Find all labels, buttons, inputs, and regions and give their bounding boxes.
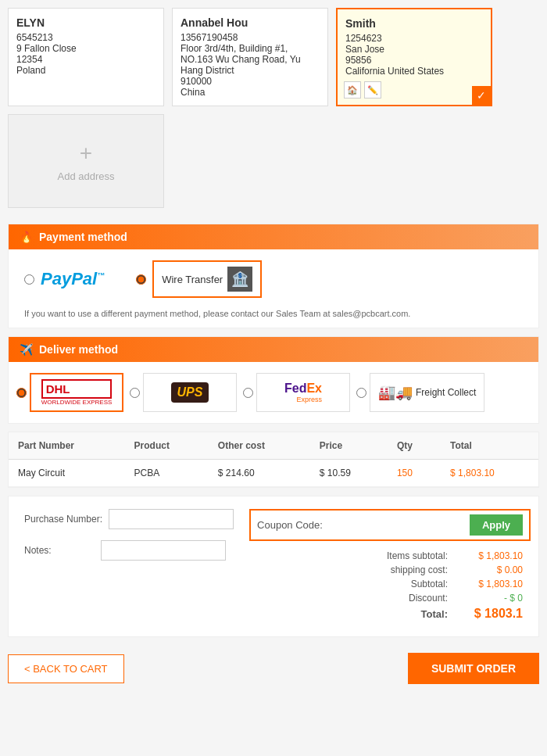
col-other-cost: Other cost	[209, 432, 310, 460]
address-line2-smith: San Jose	[345, 44, 483, 55]
freight-option[interactable]: 🏭🚚 Freight Collect	[356, 373, 484, 412]
address-line3-annabel: 910000	[181, 76, 320, 87]
address-line4-annabel: China	[181, 87, 320, 98]
address-line4-elyn: Poland	[16, 65, 156, 76]
address-line2-annabel: Floor 3rd/4th, Building #1, NO.163 Wu Ch…	[181, 43, 320, 76]
fedex-option[interactable]: FedEx Express	[243, 373, 350, 412]
apply-button[interactable]: Apply	[470, 514, 523, 536]
address-section: ELYN 6545213 9 Fallon Close 12354 Poland…	[0, 0, 547, 114]
ups-logo: UPS	[171, 382, 209, 403]
table-row: May Circuit PCBA $ 214.60 $ 10.59 150 $ …	[9, 460, 538, 487]
payment-note: If you want to use a different payment m…	[9, 309, 538, 328]
row-product: PCBA	[125, 460, 209, 487]
ups-carrier-box: UPS	[143, 373, 237, 412]
order-section: Part Number Product Other cost Price Qty…	[8, 432, 539, 488]
address-card-annabel[interactable]: Annabel Hou 13567190458 Floor 3rd/4th, B…	[172, 8, 328, 106]
notes-row: Notes:	[24, 540, 234, 561]
address-line4-smith: California United States	[345, 66, 483, 77]
address-card-elyn[interactable]: ELYN 6545213 9 Fallon Close 12354 Poland	[8, 8, 164, 106]
deliver-icon: ✈️	[20, 343, 33, 356]
address-name-annabel: Annabel Hou	[181, 16, 320, 29]
ups-radio[interactable]	[130, 388, 140, 398]
dhl-radio[interactable]	[16, 388, 27, 398]
col-price: Price	[310, 432, 388, 460]
col-product: Product	[125, 432, 209, 460]
shipping-cost-row: shipping cost: $ 0.00	[249, 564, 523, 575]
address-line3-elyn: 12354	[16, 54, 156, 65]
bottom-section: Purchase Number: Notes: Coupon Code: App…	[8, 496, 539, 637]
plus-icon: +	[80, 141, 92, 166]
back-to-cart-button[interactable]: < BACK TO CART	[8, 654, 124, 683]
address-line1-elyn: 6545213	[16, 32, 156, 43]
freight-box: 🏭🚚 Freight Collect	[378, 384, 476, 401]
ups-option[interactable]: UPS	[130, 373, 237, 412]
row-total: $ 1,803.10	[441, 460, 538, 487]
paypal-option[interactable]: PayPal™	[24, 269, 105, 289]
smith-selected-badge: ✓	[472, 86, 491, 105]
purchase-number-label: Purchase Number:	[24, 514, 102, 525]
purchase-number-input[interactable]	[109, 509, 234, 529]
total-label: Total:	[370, 608, 448, 620]
subtotal-row: Subtotal: $ 1,803.10	[249, 579, 523, 589]
paypal-radio[interactable]	[24, 274, 34, 285]
wire-transfer-radio[interactable]	[136, 274, 146, 285]
submit-order-button[interactable]: SUBMIT ORDER	[408, 653, 539, 684]
notes-label: Notes:	[24, 545, 95, 556]
payment-header-label: Payment method	[39, 231, 127, 243]
address-line3-smith: 95856	[345, 55, 483, 66]
smith-edit-icon[interactable]: ✏️	[364, 81, 381, 99]
address-card-smith[interactable]: Smith 1254623 San Jose 95856 California …	[336, 8, 492, 106]
deliver-options: DHL WORLDWIDE EXPRESS UPS FedEx Express	[9, 362, 538, 423]
dhl-carrier-box: DHL WORLDWIDE EXPRESS	[30, 373, 123, 412]
smith-card-icons: 🏠 ✏️	[344, 81, 381, 99]
payment-icon: 🔥	[20, 231, 33, 243]
items-subtotal-value: $ 1,803.10	[460, 550, 523, 561]
subtotal-label: Subtotal:	[370, 579, 448, 589]
deliver-header: ✈️ Deliver method	[9, 337, 538, 362]
address-line1-annabel: 13567190458	[181, 32, 320, 43]
freight-label: Freight Collect	[416, 387, 476, 398]
row-qty: 150	[388, 460, 441, 487]
coupon-input[interactable]	[327, 518, 465, 532]
add-address-card[interactable]: + Add address	[8, 114, 164, 208]
discount-value: - $ 0	[460, 593, 523, 604]
row-other-cost: $ 214.60	[209, 460, 310, 487]
freight-icon: 🏭🚚	[378, 384, 413, 401]
paypal-logo: PayPal™	[41, 269, 105, 289]
deliver-section: ✈️ Deliver method DHL WORLDWIDE EXPRESS …	[8, 336, 539, 424]
bank-icon: 🏦	[227, 267, 252, 292]
col-total: Total	[441, 432, 538, 460]
wire-transfer-box: Wire Transfer 🏦	[152, 260, 262, 298]
row-price: $ 10.59	[310, 460, 388, 487]
fedex-logo: FedEx Express	[284, 382, 322, 403]
coupon-label: Coupon Code:	[257, 519, 323, 531]
purchase-number-row: Purchase Number:	[24, 509, 234, 529]
wire-transfer-option[interactable]: Wire Transfer 🏦	[136, 260, 262, 298]
payment-section: 🔥 Payment method PayPal™ Wire Transfer 🏦…	[8, 224, 539, 328]
add-address-label: Add address	[58, 170, 115, 182]
shipping-cost-label: shipping cost:	[370, 564, 448, 575]
payment-note-text: If you want to use a different payment m…	[24, 309, 410, 318]
notes-input[interactable]	[101, 540, 226, 561]
items-subtotal-label: Items subtotal:	[370, 550, 448, 561]
discount-label: Discount:	[370, 593, 448, 604]
address-line1-smith: 1254623	[345, 33, 483, 44]
freight-radio[interactable]	[356, 388, 366, 398]
address-name-elyn: ELYN	[16, 16, 156, 29]
order-table: Part Number Product Other cost Price Qty…	[9, 432, 538, 487]
fedex-radio[interactable]	[243, 388, 253, 398]
smith-view-icon[interactable]: 🏠	[344, 81, 361, 99]
items-subtotal-row: Items subtotal: $ 1,803.10	[249, 550, 523, 561]
fedex-carrier-box: FedEx Express	[256, 373, 350, 412]
deliver-header-label: Deliver method	[39, 343, 118, 356]
address-line2-elyn: 9 Fallon Close	[16, 43, 156, 54]
dhl-logo: DHL WORLDWIDE EXPRESS	[41, 379, 113, 406]
discount-row: Discount: - $ 0	[249, 593, 523, 604]
coupon-row: Coupon Code: Apply	[249, 509, 531, 541]
shipping-cost-value: $ 0.00	[460, 564, 523, 575]
payment-header: 🔥 Payment method	[9, 224, 538, 249]
dhl-option[interactable]: DHL WORLDWIDE EXPRESS	[16, 373, 123, 412]
wire-transfer-label: Wire Transfer	[162, 274, 223, 285]
right-form: Coupon Code: Apply Items subtotal: $ 1,8…	[249, 509, 531, 624]
col-qty: Qty	[388, 432, 441, 460]
